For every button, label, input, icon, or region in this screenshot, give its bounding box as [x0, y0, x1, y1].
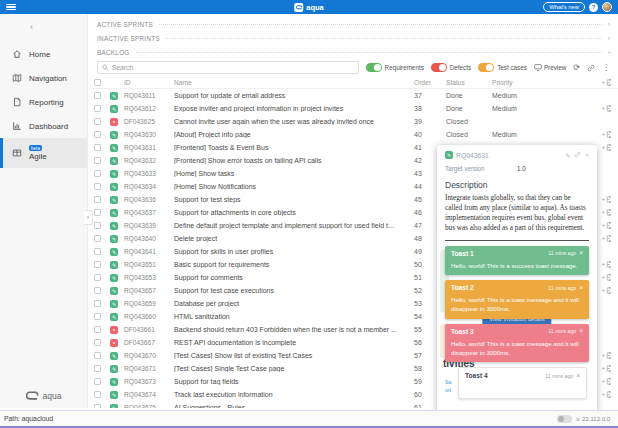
row-hierarchy-icon[interactable] [594, 351, 618, 360]
row-checkbox[interactable] [94, 183, 101, 190]
row-checkbox[interactable] [94, 144, 101, 151]
toggle-defects[interactable]: Defects [431, 63, 471, 72]
link-icon[interactable] [574, 151, 581, 159]
row-name[interactable]: Define default project template and impl… [174, 222, 414, 229]
toast-close-icon[interactable]: × [579, 250, 583, 256]
row-checkbox[interactable] [94, 391, 101, 398]
row-hierarchy-icon[interactable] [594, 130, 618, 139]
toast-close-icon[interactable]: × [579, 285, 583, 291]
column-order[interactable]: Order [414, 79, 446, 86]
table-row[interactable]: ✎RQ043612Expose inviter and project info… [89, 102, 618, 115]
search-box[interactable] [97, 61, 359, 74]
row-checkbox[interactable] [94, 170, 101, 177]
row-checkbox[interactable] [94, 131, 101, 138]
chevron-right-icon[interactable]: › [608, 35, 610, 42]
row-name[interactable]: [Test Cases] Show list of existing Test … [174, 352, 414, 359]
row-name[interactable]: [Frontend] Show error toasts on failing … [174, 157, 414, 164]
row-checkbox[interactable] [94, 339, 101, 346]
section-backlog[interactable]: BACKLOG › [97, 45, 610, 59]
column-status[interactable]: Status [446, 79, 492, 86]
sidebar-item-navigation[interactable]: Navigation [0, 66, 87, 90]
test-cases-toggle-switch[interactable] [478, 63, 494, 72]
row-name[interactable]: Support for update of email address [174, 92, 414, 99]
sidebar-item-home[interactable]: Home [0, 42, 87, 66]
table-row[interactable]: ✎RQ043630[About] Project info page40Clos… [89, 128, 618, 141]
row-checkbox[interactable] [94, 352, 101, 359]
refresh-icon[interactable]: ⟳ [573, 63, 580, 72]
section-inactive-sprints[interactable]: INACTIVE SPRINTS › [97, 31, 610, 45]
row-checkbox[interactable] [94, 105, 101, 112]
row-name[interactable]: Support for skills in user profiles [174, 248, 414, 255]
table-row[interactable]: ●DF043625Cannot invite user again when t… [89, 115, 618, 128]
row-name[interactable]: [Home] Show tasks [174, 170, 414, 177]
requirements-toggle-switch[interactable] [366, 63, 382, 72]
link-icon[interactable] [587, 64, 595, 72]
sidebar-item-reporting[interactable]: Reporting [0, 90, 87, 114]
row-name[interactable]: Support for comments [174, 274, 414, 281]
row-checkbox[interactable] [94, 92, 101, 99]
row-hierarchy-icon[interactable] [594, 273, 618, 282]
chevron-right-icon[interactable]: › [608, 21, 610, 28]
row-name[interactable]: [Test Cases] Single Test Case page [174, 365, 414, 372]
chevron-down-icon[interactable]: › [605, 51, 612, 53]
row-hierarchy-icon[interactable] [594, 234, 618, 243]
row-name[interactable]: Support for tag fields [174, 378, 414, 385]
row-name[interactable]: Support for attachments in core objects [174, 209, 414, 216]
row-name[interactable]: Support for test case executions [174, 287, 414, 294]
row-checkbox[interactable] [94, 157, 101, 164]
kebab-menu-icon[interactable]: ⋮ [602, 63, 610, 72]
user-avatar[interactable] [602, 2, 612, 12]
row-checkbox[interactable] [94, 313, 101, 320]
table-row[interactable]: ✎RQ043611Support for update of email add… [89, 89, 618, 102]
row-name[interactable]: Backend should return 403 Forbidden when… [174, 326, 414, 333]
row-name[interactable]: Cannot invite user again when the user w… [174, 118, 414, 125]
row-checkbox[interactable] [94, 378, 101, 385]
defects-toggle-switch[interactable] [431, 63, 447, 72]
row-hierarchy-icon[interactable] [594, 364, 618, 373]
row-name[interactable]: HTML sanitization [174, 313, 414, 320]
row-hierarchy-icon[interactable] [594, 377, 618, 386]
row-checkbox[interactable] [94, 326, 101, 333]
row-name[interactable]: Database per project [174, 300, 414, 307]
row-hierarchy-icon[interactable] [594, 104, 618, 113]
whats-new-button[interactable]: What's new [543, 2, 585, 12]
section-active-sprints[interactable]: ACTIVE SPRINTS › [97, 17, 610, 31]
row-name[interactable]: Expose inviter and project information i… [174, 105, 414, 112]
row-checkbox[interactable] [94, 209, 101, 216]
row-checkbox[interactable] [94, 196, 101, 203]
row-checkbox[interactable] [94, 274, 101, 281]
row-hierarchy-icon[interactable] [594, 286, 618, 295]
row-hierarchy-icon[interactable] [594, 390, 618, 399]
row-checkbox[interactable] [94, 365, 101, 372]
column-id[interactable]: ID [124, 79, 174, 86]
close-icon[interactable]: × [585, 152, 589, 158]
row-name[interactable]: AI Suggestions - Rules [174, 404, 414, 408]
row-name[interactable]: [Frontend] Toasts & Event Bus [174, 144, 414, 151]
column-settings-icon[interactable] [594, 78, 618, 87]
toast-close-icon[interactable]: × [579, 328, 583, 334]
hamburger-menu-icon[interactable] [6, 4, 16, 11]
row-checkbox[interactable] [94, 404, 101, 408]
row-name[interactable]: Delete project [174, 235, 414, 242]
column-name[interactable]: Name [174, 79, 414, 86]
row-name[interactable]: Basic support for requirements [174, 261, 414, 268]
row-checkbox[interactable] [94, 261, 101, 268]
sidebar-collapse-icon[interactable]: ‹ [30, 23, 87, 32]
toggle-requirements[interactable]: Requirements [366, 63, 424, 72]
row-checkbox[interactable] [94, 118, 101, 125]
column-priority[interactable]: Priority [492, 79, 594, 86]
edit-icon[interactable]: ✎ [565, 152, 570, 159]
sidebar-item-dashboard[interactable]: Dashboard [0, 114, 87, 138]
version-toggle[interactable] [557, 415, 572, 423]
target-version-value[interactable]: 1.0 [517, 165, 526, 172]
toggle-test-cases[interactable]: Test cases [478, 63, 527, 72]
row-checkbox[interactable] [94, 235, 101, 242]
sidebar-item-agile[interactable]: beta Agile [0, 138, 87, 168]
row-checkbox[interactable] [94, 287, 101, 294]
row-name[interactable]: Track last execution information [174, 391, 414, 398]
row-hierarchy-icon[interactable] [594, 260, 618, 269]
row-hierarchy-icon[interactable] [594, 208, 618, 217]
sidebar-expander-icon[interactable]: › [84, 210, 93, 225]
row-checkbox[interactable] [94, 222, 101, 229]
row-hierarchy-icon[interactable] [594, 221, 618, 230]
